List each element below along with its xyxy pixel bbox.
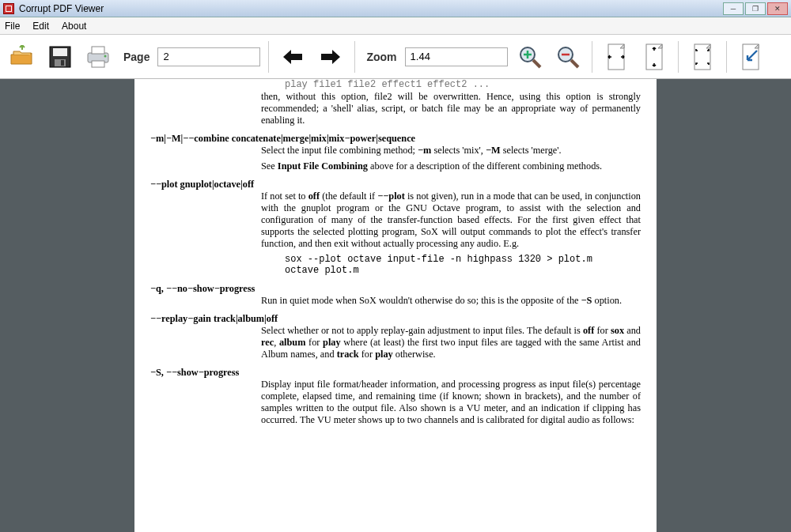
fit-height-button[interactable] bbox=[638, 41, 670, 73]
paragraph: Select whether or not to apply replay-ga… bbox=[150, 325, 641, 360]
paragraph: Display input file format/header informa… bbox=[150, 379, 641, 426]
fullscreen-icon bbox=[690, 43, 715, 71]
separator bbox=[354, 41, 355, 73]
pdf-page: play file1 file2 effect1 effect2 ... the… bbox=[134, 79, 657, 532]
option-block: −q, −−no−show−progress bbox=[150, 283, 641, 295]
code-line: play file1 file2 effect1 effect2 ... bbox=[150, 79, 641, 91]
separator bbox=[726, 41, 727, 73]
separator bbox=[678, 41, 679, 73]
printer-icon bbox=[85, 45, 112, 69]
close-button[interactable]: ✕ bbox=[767, 2, 788, 15]
paragraph: If not set to off (the default if −−plot… bbox=[150, 191, 641, 250]
paragraph: then, without this option, file2 will be… bbox=[150, 91, 641, 126]
svg-rect-3 bbox=[61, 60, 64, 66]
menu-about[interactable]: About bbox=[62, 21, 86, 32]
zoom-out-icon bbox=[555, 44, 581, 70]
code-line: octave plot.m bbox=[150, 265, 641, 277]
zoom-in-icon bbox=[517, 44, 543, 70]
svg-rect-5 bbox=[92, 47, 104, 54]
fit-width-icon bbox=[604, 43, 629, 71]
next-page-button[interactable] bbox=[315, 41, 346, 73]
zoom-in-button[interactable] bbox=[514, 41, 546, 73]
fullscreen-button[interactable] bbox=[687, 41, 718, 73]
paragraph: Select the input file combining method; … bbox=[150, 145, 641, 157]
maximize-button[interactable]: ❐ bbox=[745, 2, 766, 15]
option-block: −m|−M|−−combine concatenate|merge|mix|mi… bbox=[150, 133, 641, 145]
page-input[interactable] bbox=[157, 47, 260, 66]
zoom-label: Zoom bbox=[366, 51, 396, 63]
svg-line-13 bbox=[571, 60, 578, 67]
floppy-disk-icon bbox=[48, 45, 72, 69]
page-label: Page bbox=[123, 51, 149, 63]
titlebar: Corrupt PDF Viewer ─ ❐ ✕ bbox=[0, 0, 791, 17]
option-block: −S, −−show−progress bbox=[150, 367, 641, 379]
zoom-out-button[interactable] bbox=[552, 41, 584, 73]
svg-point-7 bbox=[104, 55, 107, 57]
fit-height-icon bbox=[642, 43, 667, 71]
window-buttons: ─ ❐ ✕ bbox=[723, 2, 788, 15]
option-heading: −q, −−no−show−progress bbox=[150, 283, 255, 294]
extract-button[interactable] bbox=[735, 41, 766, 73]
option-block: −−plot gnuplot|octave|off bbox=[150, 179, 641, 191]
app-icon bbox=[3, 3, 14, 14]
folder-open-icon bbox=[9, 45, 36, 69]
open-button[interactable] bbox=[6, 41, 38, 73]
window-title: Corrupt PDF Viewer bbox=[19, 3, 723, 14]
separator bbox=[268, 41, 269, 73]
arrow-right-icon bbox=[320, 48, 342, 66]
menu-file[interactable]: File bbox=[5, 21, 20, 32]
arrow-left-icon bbox=[282, 48, 304, 66]
zoom-input[interactable] bbox=[405, 47, 508, 66]
fit-width-button[interactable] bbox=[600, 41, 632, 73]
page-arrow-icon bbox=[738, 43, 763, 71]
option-heading: −m|−M|−−combine concatenate|merge|mix|mi… bbox=[150, 133, 415, 144]
option-block: −−replay−gain track|album|off bbox=[150, 313, 641, 325]
document-viewport[interactable]: play file1 file2 effect1 effect2 ... the… bbox=[0, 79, 791, 532]
toolbar: Page Zoom bbox=[0, 35, 791, 79]
svg-line-9 bbox=[533, 60, 540, 67]
option-heading: −S, −−show−progress bbox=[150, 367, 239, 378]
option-heading: −−plot gnuplot|octave|off bbox=[150, 179, 254, 190]
minimize-button[interactable]: ─ bbox=[723, 2, 744, 15]
svg-rect-6 bbox=[92, 61, 104, 67]
paragraph: See Input File Combining above for a des… bbox=[150, 160, 641, 172]
save-button[interactable] bbox=[44, 41, 76, 73]
svg-rect-1 bbox=[53, 48, 67, 56]
option-heading: −−replay−gain track|album|off bbox=[150, 313, 278, 324]
menu-edit[interactable]: Edit bbox=[32, 21, 49, 32]
prev-page-button[interactable] bbox=[277, 41, 308, 73]
paragraph: Run in quiet mode when SoX wouldn't othe… bbox=[150, 295, 641, 307]
code-line: sox --plot octave input-file -n highpass… bbox=[150, 254, 641, 266]
print-button[interactable] bbox=[82, 41, 114, 73]
menubar: File Edit About bbox=[0, 17, 791, 35]
separator bbox=[592, 41, 592, 73]
